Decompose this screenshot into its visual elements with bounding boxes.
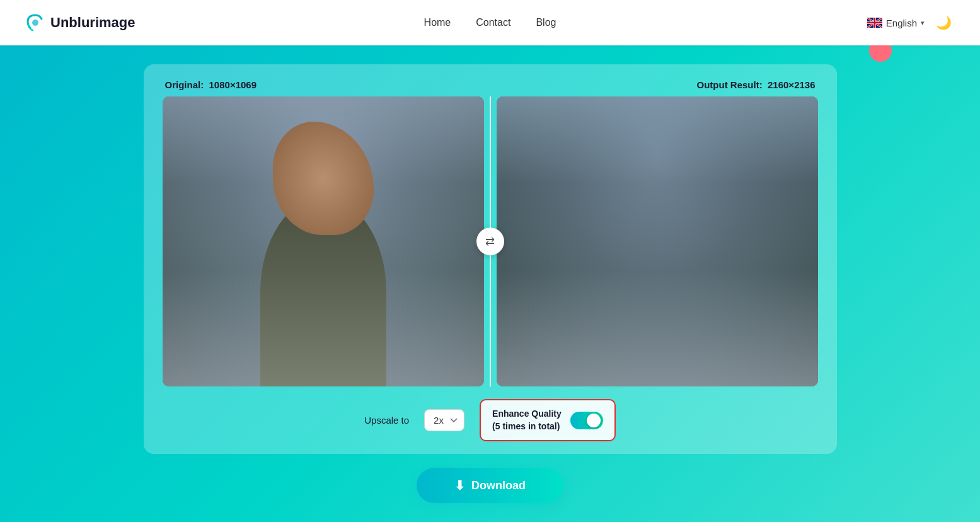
chevron-down-icon: ▾: [921, 19, 925, 27]
nav-contact[interactable]: Contact: [476, 17, 510, 28]
upscale-select[interactable]: 2x 4x 8x: [424, 409, 464, 431]
language-selector[interactable]: English ▾: [867, 18, 925, 28]
logo-text: Unblurimage: [50, 14, 135, 31]
navbar: Unblurimage Home Contact Blog English ▾ …: [0, 0, 980, 45]
download-section: ⬇ Download: [417, 468, 563, 503]
toggle-thumb: [587, 414, 601, 427]
enhance-label: Enhance Quality (5 times in total): [492, 408, 562, 432]
original-photo: [163, 96, 484, 386]
toggle-track: [570, 412, 603, 429]
language-label: English: [886, 18, 917, 28]
output-label: Output Result: 2160×2136: [697, 79, 816, 90]
logo-area[interactable]: Unblurimage: [25, 13, 135, 33]
compare-handle[interactable]: ⇄: [476, 228, 504, 255]
nav-blog[interactable]: Blog: [536, 17, 556, 28]
download-button[interactable]: ⬇ Download: [417, 468, 563, 503]
main-content: Original: 1080×1069 Output Result: 2160×…: [0, 45, 980, 522]
nav-home[interactable]: Home: [424, 17, 451, 28]
nav-right: English ▾ 🌙: [867, 11, 955, 34]
logo-icon: [25, 13, 45, 33]
flag-icon: [867, 18, 882, 28]
dark-mode-button[interactable]: 🌙: [932, 11, 955, 34]
nav-links: Home Contact Blog: [424, 17, 556, 28]
original-image: [163, 96, 484, 386]
images-row: ⇄: [163, 96, 818, 386]
svg-point-0: [32, 20, 38, 26]
controls-row: Upscale to 2x 4x 8x Enhance Quality (5 t…: [163, 399, 818, 441]
download-icon: ⬇: [454, 478, 465, 493]
output-image: [497, 96, 818, 386]
enhance-toggle[interactable]: [570, 412, 603, 429]
image-labels: Original: 1080×1069 Output Result: 2160×…: [163, 79, 818, 90]
comparison-wrapper: Original: 1080×1069 Output Result: 2160×…: [144, 64, 837, 454]
upscale-label: Upscale to: [364, 415, 409, 426]
original-label: Original: 1080×1069: [165, 79, 257, 90]
compare-divider: ⇄: [490, 96, 491, 386]
enhance-quality-box: Enhance Quality (5 times in total): [480, 399, 616, 441]
download-label: Download: [471, 479, 526, 492]
enhanced-photo: [497, 96, 818, 386]
